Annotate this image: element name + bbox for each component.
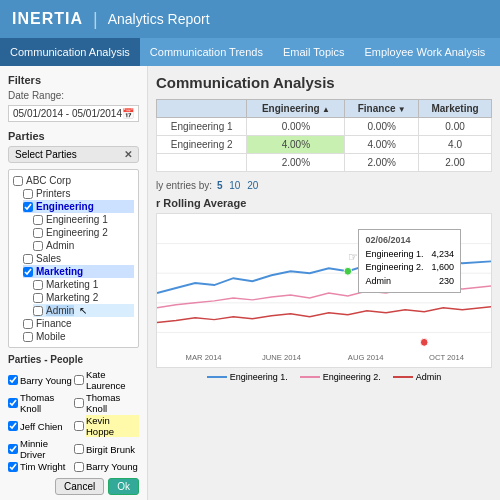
- content-area: Communication Analysis Engineering Finan…: [148, 66, 500, 500]
- person-checkbox-tim-wright[interactable]: [8, 462, 18, 472]
- table-row: 2.00% 2.00% 2.00: [157, 154, 492, 172]
- entries-5[interactable]: 5: [217, 180, 223, 191]
- nav-item-communication-analysis[interactable]: Communication Analysis: [0, 38, 140, 66]
- row-label: [157, 154, 247, 172]
- tooltip-label-eng2: Engineering 2.: [365, 261, 423, 275]
- sidebar-actions: Cancel Ok: [8, 478, 139, 495]
- tree-item-eng2[interactable]: Engineering 2: [33, 226, 134, 239]
- table-row: Engineering 1 0.00% 0.00% 0.00: [157, 118, 492, 136]
- tree-checkbox-sales[interactable]: [23, 254, 33, 264]
- person-name: Barry Young: [20, 375, 72, 386]
- person-checkbox-barry-young[interactable]: [8, 375, 18, 385]
- chart-container: MAR 2014 JUNE 2014 AUG 2014 OCT 2014 ☞ 0…: [156, 213, 492, 368]
- person-checkbox-kate-laurence[interactable]: [74, 375, 84, 385]
- logo: INERTIA: [12, 10, 83, 28]
- people-grid: Barry Young Kate Laurence Thomas Knoll T…: [8, 369, 139, 472]
- person-name: Thomas Knoll: [20, 392, 73, 414]
- tree-item-mobile[interactable]: Mobile: [23, 330, 134, 343]
- close-parties-icon[interactable]: ✕: [124, 149, 132, 160]
- person-kevin-hoppe[interactable]: Kevin Hoppe: [74, 415, 139, 437]
- page-title: Communication Analysis: [156, 74, 492, 91]
- cell-eng-pct: 2.00%: [247, 154, 345, 172]
- nav-item-social-graph[interactable]: Social Graph: [495, 38, 500, 66]
- person-tim-wright[interactable]: Tim Wright: [8, 461, 73, 472]
- person-barry-young[interactable]: Barry Young: [8, 369, 73, 391]
- tree-checkbox-admin2[interactable]: [33, 306, 43, 316]
- person-name: Tim Wright: [20, 461, 65, 472]
- person-checkbox-kevin-hoppe[interactable]: [74, 421, 84, 431]
- ok-button[interactable]: Ok: [108, 478, 139, 495]
- data-table: Engineering Finance Marketing Engineerin…: [156, 99, 492, 172]
- tree-item-marketing[interactable]: Marketing: [23, 265, 134, 278]
- person-checkbox-barry-young-2[interactable]: [74, 462, 84, 472]
- tree-checkbox-mkt2[interactable]: [33, 293, 43, 303]
- entries-10[interactable]: 10: [229, 180, 240, 191]
- tree-checkbox-eng1[interactable]: [33, 215, 43, 225]
- chart-marker-admin: [420, 338, 428, 346]
- col-header-engineering[interactable]: Engineering: [247, 100, 345, 118]
- person-checkbox-birgit-brunk[interactable]: [74, 444, 84, 454]
- person-checkbox-thomas-knoll-1[interactable]: [8, 398, 18, 408]
- tree-item-mkt2[interactable]: Marketing 2: [33, 291, 134, 304]
- nav-item-email-topics[interactable]: Email Topics: [273, 38, 355, 66]
- tooltip-label-admin: Admin: [365, 275, 391, 289]
- col-header-marketing[interactable]: Marketing: [419, 100, 492, 118]
- tree-checkbox-printers[interactable]: [23, 189, 33, 199]
- select-parties-button[interactable]: Select Parties ✕: [8, 146, 139, 163]
- person-birgit-brunk[interactable]: Birgit Brunk: [74, 438, 139, 460]
- person-minnie-driver[interactable]: Minnie Driver: [8, 438, 73, 460]
- cell-mkt-pct: 2.00: [419, 154, 492, 172]
- person-thomas-knoll-1[interactable]: Thomas Knoll: [8, 392, 73, 414]
- date-range-input[interactable]: 05/01/2014 - 05/01/2014 📅: [8, 105, 139, 122]
- tooltip-row-admin: Admin 230: [365, 275, 454, 289]
- tree-checkbox-engineering[interactable]: [23, 202, 33, 212]
- tree-item-abccorp[interactable]: ABC Corp: [13, 174, 134, 187]
- tree-item-eng1[interactable]: Engineering 1: [33, 213, 134, 226]
- entries-20[interactable]: 20: [247, 180, 258, 191]
- tree-item-printers[interactable]: Printers: [23, 187, 134, 200]
- tree-label-admin2: Admin: [46, 305, 74, 316]
- person-thomas-knoll-2[interactable]: Thomas Knoll: [74, 392, 139, 414]
- tree-label-marketing: Marketing: [36, 266, 83, 277]
- nav-item-communication-trends[interactable]: Communication Trends: [140, 38, 273, 66]
- legend-line-admin: [393, 376, 413, 378]
- tooltip-date: 02/06/2014: [365, 234, 454, 248]
- person-name: Kate Laurence: [86, 369, 139, 391]
- tree-checkbox-finance[interactable]: [23, 319, 33, 329]
- select-parties-label: Select Parties: [15, 149, 77, 160]
- person-checkbox-minnie-driver[interactable]: [8, 444, 18, 454]
- chart-marker-eng1: [344, 267, 352, 275]
- tree-checkbox-eng2[interactable]: [33, 228, 43, 238]
- tree-item-sales[interactable]: Sales: [23, 252, 134, 265]
- x-label-oct: OCT 2014: [429, 353, 465, 362]
- sidebar: Filters Date Range: 05/01/2014 - 05/01/2…: [0, 66, 148, 500]
- tree-checkbox-mobile[interactable]: [23, 332, 33, 342]
- person-kate-laurence[interactable]: Kate Laurence: [74, 369, 139, 391]
- tree-item-mkt1[interactable]: Marketing 1: [33, 278, 134, 291]
- nav-item-employee-work[interactable]: Employee Work Analysis: [355, 38, 496, 66]
- cell-fin-pct: 0.00%: [345, 118, 419, 136]
- tree-checkbox-admin1[interactable]: [33, 241, 43, 251]
- header-title: Analytics Report: [108, 11, 210, 27]
- main-layout: Filters Date Range: 05/01/2014 - 05/01/2…: [0, 66, 500, 500]
- tree-checkbox-marketing[interactable]: [23, 267, 33, 277]
- person-checkbox-jeff-chien[interactable]: [8, 421, 18, 431]
- x-label-jun: JUNE 2014: [262, 353, 302, 362]
- col-header-finance[interactable]: Finance: [345, 100, 419, 118]
- person-checkbox-thomas-knoll-2[interactable]: [74, 398, 84, 408]
- tree-checkbox-abccorp[interactable]: [13, 176, 23, 186]
- date-range-label: Date Range:: [8, 90, 139, 101]
- cancel-button[interactable]: Cancel: [55, 478, 104, 495]
- tree-item-admin2[interactable]: Admin ↖: [33, 304, 134, 317]
- tree-label-mobile: Mobile: [36, 331, 65, 342]
- x-label-aug: AUG 2014: [348, 353, 384, 362]
- tree-checkbox-mkt1[interactable]: [33, 280, 43, 290]
- tree-item-finance[interactable]: Finance: [23, 317, 134, 330]
- person-name: Jeff Chien: [20, 421, 63, 432]
- tree-item-admin1[interactable]: Admin: [33, 239, 134, 252]
- tree-item-engineering[interactable]: Engineering: [23, 200, 134, 213]
- people-label: Parties - People: [8, 354, 139, 365]
- person-barry-young-2[interactable]: Barry Young: [74, 461, 139, 472]
- person-jeff-chien[interactable]: Jeff Chien: [8, 415, 73, 437]
- tree-label-printers: Printers: [36, 188, 70, 199]
